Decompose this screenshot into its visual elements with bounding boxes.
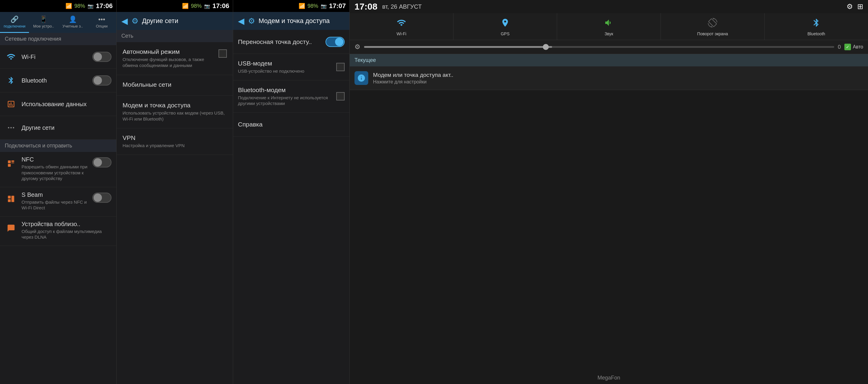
status-bar-1: 📶 98% 📷 17:06: [0, 0, 116, 12]
bluetooth-toggle[interactable]: [92, 76, 112, 86]
row-wifi[interactable]: Wi-Fi: [0, 45, 116, 69]
auto-brightness-check[interactable]: ✓ Авто: [844, 44, 863, 50]
back-button-3[interactable]: ◀: [238, 16, 245, 26]
current-header: Текущее: [350, 54, 868, 66]
tethering-notif-subtitle: Нажмите для настройки: [373, 79, 454, 85]
nfc-icon: [5, 157, 17, 170]
panel-settings-main: 📶 98% 📷 17:06 🔗 подключени 📱 Мое устро..…: [0, 0, 117, 384]
airplane-mode-subtitle: Отключение функций вызовов, а также обме…: [123, 57, 215, 69]
row-bt-modem[interactable]: Bluetooth-модем Подключение к Интернету …: [233, 81, 349, 113]
quick-wifi-label: Wi-Fi: [397, 31, 406, 36]
quick-sound[interactable]: Звук: [557, 13, 661, 40]
bluetooth-toggle-knob: [94, 76, 102, 85]
sbeam-icon: [5, 193, 17, 205]
bt-modem-title: Bluetooth-модем: [238, 86, 336, 94]
row-other-networks[interactable]: Другие сети: [0, 116, 116, 140]
tab-device-label: Мое устро..: [33, 24, 54, 28]
vpn-subtitle: Настройка и управление VPN: [123, 143, 227, 149]
carrier-label: MegaFon: [350, 375, 868, 381]
sbeam-text: S Beam Отправить файлы через NFC и Wi-Fi…: [22, 191, 92, 211]
panel-other-networks: 📶 98% 📷 17:06 ◀ ⚙ Другие сети Сеть Автон…: [117, 0, 233, 384]
page-title-3: Модем и точка доступа: [258, 17, 330, 25]
status-bar-3: 📶 98% 📷 17:07: [233, 0, 349, 12]
back-button-2[interactable]: ◀: [121, 16, 128, 26]
item-tethering[interactable]: Модем и точка доступа Использовать устро…: [117, 96, 233, 128]
wifi-toggle[interactable]: [92, 52, 112, 62]
brightness-slider[interactable]: [364, 46, 834, 48]
nfc-toggle[interactable]: [92, 157, 112, 168]
camera-icon-3: 📷: [321, 3, 327, 9]
status-icons-4: ⚙ ⊞: [846, 2, 863, 11]
notification-tethering[interactable]: Модем или точка доступа акт.. Нажмите дл…: [350, 66, 868, 90]
quick-rotate[interactable]: Поворот экрана: [661, 13, 765, 40]
bt-modem-text: Bluetooth-модем Подключение к Интернету …: [238, 86, 336, 107]
quick-wifi[interactable]: Wi-Fi: [350, 13, 454, 40]
tethering-notif-title: Модем или точка доступа акт..: [373, 72, 454, 78]
item-airplane-mode[interactable]: Автономный режим Отключение функций вызо…: [117, 42, 233, 75]
row-sbeam[interactable]: S Beam Отправить файлы через NFC и Wi-Fi…: [0, 187, 116, 216]
help-text: Справка: [238, 121, 345, 128]
quick-wifi-icon: [397, 18, 406, 30]
tab-options[interactable]: ••• Опции: [87, 12, 116, 33]
item-mobile-networks[interactable]: Мобильные сети: [117, 75, 233, 96]
row-bluetooth[interactable]: Bluetooth: [0, 69, 116, 92]
bluetooth-row-text: Bluetooth: [22, 77, 92, 84]
svg-point-1: [10, 127, 12, 128]
usb-modem-checkbox[interactable]: [336, 63, 345, 71]
svg-rect-6: [11, 163, 14, 163]
auto-brightness-checkbox[interactable]: ✓: [844, 44, 851, 50]
bluetooth-icon: [5, 74, 17, 87]
row-data-usage[interactable]: Использование данных: [0, 92, 116, 116]
nfc-text: NFC Разрешить обмен данными при прикосно…: [22, 156, 92, 181]
svg-rect-5: [11, 160, 14, 162]
nearby-devices-subtitle: Общий доступ к файлам мультимедиа через …: [22, 229, 112, 240]
settings-icon-2: ⚙: [131, 17, 138, 26]
time-3: 17:07: [329, 2, 346, 10]
status-bar-4: 17:08 вт, 26 АВГУСТ ⚙ ⊞: [350, 0, 868, 13]
quick-rotate-label: Поворот экрана: [697, 31, 728, 36]
time-4: 17:08: [354, 1, 377, 12]
panel-tethering: 📶 98% 📷 17:07 ◀ ⚙ Модем и точка доступа …: [233, 0, 350, 384]
row-usb-modem[interactable]: USB-модем USB-устройство не подключено: [233, 54, 349, 81]
tethering-notif-text: Модем или точка доступа акт.. Нажмите дл…: [373, 72, 454, 85]
airplane-mode-title: Автономный режим: [123, 48, 215, 55]
tab-options-icon: •••: [98, 16, 105, 23]
brightness-knob[interactable]: [543, 44, 549, 50]
nfc-toggle-knob: [94, 158, 102, 167]
tab-connections[interactable]: 🔗 подключени: [0, 12, 29, 33]
page-header-3: ◀ ⚙ Модем и точка доступа: [233, 12, 349, 30]
quick-toggles: Wi-Fi GPS Звук: [350, 13, 868, 40]
usb-modem-subtitle: USB-устройство не подключено: [238, 68, 336, 74]
nfc-title: NFC: [22, 156, 92, 163]
signal-icon-2: 📶: [182, 3, 189, 9]
auto-brightness-label: Авто: [853, 44, 863, 50]
quick-gps[interactable]: GPS: [454, 13, 557, 40]
item-vpn[interactable]: VPN Настройка и управление VPN: [117, 128, 233, 155]
hotspot-toggle[interactable]: [326, 37, 345, 47]
svg-rect-7: [8, 196, 11, 198]
section-network-connections: Сетевые подключения: [0, 33, 116, 45]
sbeam-toggle[interactable]: [92, 193, 112, 203]
nfc-subtitle: Разрешить обмен данными при прикосновени…: [22, 164, 92, 181]
status-bar-2: 📶 98% 📷 17:06: [117, 0, 233, 12]
brightness-settings-icon[interactable]: ⚙: [354, 43, 361, 51]
row-nearby-devices[interactable]: Устройства поблизо.. Общий доступ к файл…: [0, 216, 116, 246]
tab-my-device[interactable]: 📱 Мое устро..: [29, 12, 58, 33]
quick-bluetooth-label: Bluetooth: [807, 31, 825, 36]
tab-accounts[interactable]: 👤 Учетные з..: [58, 12, 87, 33]
row-help[interactable]: Справка: [233, 113, 349, 137]
bluetooth-title: Bluetooth: [22, 77, 92, 84]
row-nfc[interactable]: NFC Разрешить обмен данными при прикосно…: [0, 152, 116, 187]
settings-button-4[interactable]: ⚙: [846, 2, 853, 11]
grid-button-4[interactable]: ⊞: [857, 2, 863, 11]
section-network-2: Сеть: [117, 30, 233, 42]
bt-modem-checkbox[interactable]: [336, 92, 345, 100]
quick-bluetooth[interactable]: Bluetooth: [765, 13, 868, 40]
date-4: вт, 26 АВГУСТ: [382, 3, 422, 10]
tab-accounts-label: Учетные з..: [62, 24, 83, 28]
nearby-devices-title: Устройства поблизо..: [22, 221, 112, 228]
row-portable-hotspot[interactable]: Переносная точка досту..: [233, 30, 349, 54]
other-networks-icon: [5, 121, 17, 134]
airplane-mode-checkbox[interactable]: [218, 49, 227, 58]
quick-gps-icon: [500, 18, 510, 30]
